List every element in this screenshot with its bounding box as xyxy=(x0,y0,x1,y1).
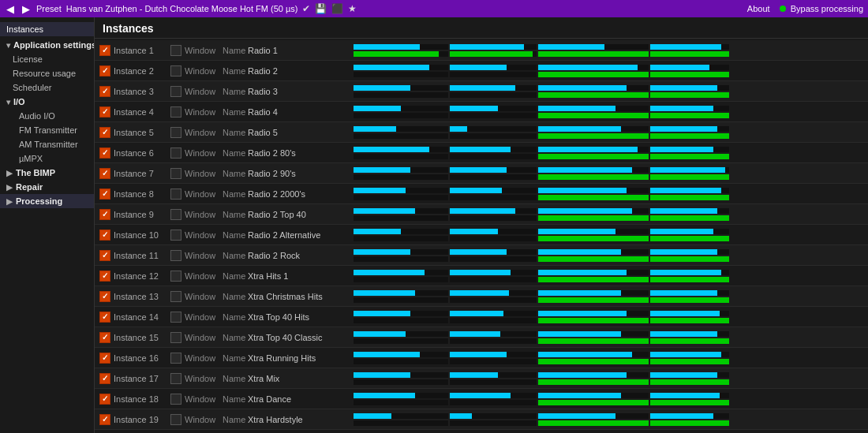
meter-bar-green xyxy=(650,236,729,241)
meter-bar-cyan xyxy=(354,85,410,91)
instance-window-checkbox[interactable] xyxy=(170,394,181,405)
instance-enable-checkbox[interactable] xyxy=(99,250,110,261)
arrow-icon: ▶ xyxy=(6,183,13,192)
instance-enable-checkbox[interactable] xyxy=(99,45,110,56)
instance-enable-checkbox[interactable] xyxy=(99,373,110,384)
meter-bar-cyan xyxy=(538,167,632,173)
instance-enable-checkbox[interactable] xyxy=(99,65,110,77)
instance-enable-checkbox[interactable] xyxy=(99,189,110,200)
sidebar-item-repair[interactable]: ▶Repair xyxy=(0,180,94,194)
instance-enable-checkbox[interactable] xyxy=(99,414,110,425)
instance-enable-checkbox[interactable] xyxy=(99,312,110,323)
instance-window-checkbox[interactable] xyxy=(170,45,181,56)
instance-window-checkbox[interactable] xyxy=(170,291,181,302)
instance-window-checkbox[interactable] xyxy=(170,230,181,241)
meter-bar-cyan xyxy=(450,229,498,234)
meter-bar-wrap-top xyxy=(354,249,448,255)
instance-window-label: Window xyxy=(185,271,219,281)
meter-group xyxy=(354,84,448,99)
sidebar-item-app-settings[interactable]: ▾Application settings xyxy=(0,38,94,52)
instance-value: Radio 2 Alternative xyxy=(248,230,350,240)
instance-value: Xtra Mix xyxy=(248,374,350,383)
meter-bar-wrap-bottom xyxy=(450,379,537,385)
instance-window-checkbox[interactable] xyxy=(170,250,181,261)
instance-enable-checkbox[interactable] xyxy=(99,147,110,159)
sidebar-item-scheduler[interactable]: Scheduler xyxy=(0,80,94,95)
bypass-dot xyxy=(780,6,786,12)
meter-group xyxy=(354,371,448,386)
instance-enable-checkbox[interactable] xyxy=(99,394,110,405)
nav-forward-button[interactable]: ▶ xyxy=(21,3,32,15)
instance-window-checkbox[interactable] xyxy=(170,414,181,425)
meter-group xyxy=(450,186,537,202)
meter-bar-wrap-top xyxy=(354,208,448,214)
table-row: Instance 3 Window Name Radio 3 xyxy=(95,81,868,102)
meter-group xyxy=(538,391,649,407)
meter-bar-wrap-bottom xyxy=(650,359,729,364)
meter-bar-wrap-bottom xyxy=(450,297,537,303)
instances-title: Instances xyxy=(103,22,154,35)
meter-bar-wrap-bottom xyxy=(650,113,729,118)
instance-window-checkbox[interactable] xyxy=(170,353,181,364)
instance-window-checkbox[interactable] xyxy=(170,127,181,138)
meter-bar-cyan xyxy=(354,311,410,316)
meter-bar-cyan xyxy=(650,393,720,398)
meter-bar-green xyxy=(538,400,649,405)
instance-enable-checkbox[interactable] xyxy=(99,353,110,364)
instance-window-checkbox[interactable] xyxy=(170,373,181,384)
meter-bar-wrap-bottom xyxy=(650,379,729,385)
meter-group xyxy=(354,391,448,407)
instance-meters xyxy=(354,63,863,79)
instance-window-checkbox[interactable] xyxy=(170,332,181,343)
instance-enable-checkbox[interactable] xyxy=(99,127,110,138)
about-button[interactable]: About xyxy=(747,4,770,13)
sidebar-item-processing[interactable]: ▶Processing xyxy=(0,194,94,208)
meter-bar-cyan xyxy=(450,270,511,275)
table-row: Instance 18 Window Name Xtra Dance xyxy=(95,389,868,409)
nav-back-button[interactable]: ◀ xyxy=(5,3,16,15)
meter-bar-wrap-top xyxy=(354,229,448,234)
meter-bar-wrap-bottom xyxy=(450,174,537,180)
instance-window-checkbox[interactable] xyxy=(170,312,181,323)
instance-name: Instance 6 xyxy=(114,148,167,158)
meter-group xyxy=(354,207,448,222)
instance-enable-checkbox[interactable] xyxy=(99,209,110,220)
sidebar-item-umpx[interactable]: µMPX xyxy=(0,151,94,166)
meter-bar-green xyxy=(650,154,729,159)
instance-window-checkbox[interactable] xyxy=(170,147,181,159)
sidebar-item-instances[interactable]: Instances xyxy=(0,22,94,36)
sidebar-item-resource[interactable]: Resource usage xyxy=(0,66,94,80)
instance-name-label: Name xyxy=(223,271,245,281)
instance-window-checkbox[interactable] xyxy=(170,271,181,282)
instance-enable-checkbox[interactable] xyxy=(99,168,110,179)
meter-bar-cyan xyxy=(354,229,401,234)
instance-window-checkbox[interactable] xyxy=(170,65,181,77)
instance-window-checkbox[interactable] xyxy=(170,209,181,220)
sidebar-item-fm-tx[interactable]: FM Transmitter xyxy=(0,123,94,137)
sidebar-item-bimp[interactable]: ▶The BIMP xyxy=(0,166,94,180)
sidebar-item-audio-io[interactable]: Audio I/O xyxy=(0,109,94,123)
instance-enable-checkbox[interactable] xyxy=(99,271,110,282)
instance-enable-checkbox[interactable] xyxy=(99,106,110,118)
instance-enable-checkbox[interactable] xyxy=(99,291,110,302)
instance-window-checkbox[interactable] xyxy=(170,106,181,118)
bypass-label[interactable]: Bypass processing xyxy=(791,4,863,13)
meter-bar-wrap-bottom xyxy=(354,154,448,159)
instance-window-label: Window xyxy=(185,312,219,322)
instances-table[interactable]: Instance 1 Window Name Radio 1 xyxy=(95,39,868,433)
instance-enable-checkbox[interactable] xyxy=(99,332,110,343)
instance-window-checkbox[interactable] xyxy=(170,168,181,179)
meter-bar-wrap-top xyxy=(650,311,729,316)
instance-window-checkbox[interactable] xyxy=(170,86,181,97)
instance-enable-checkbox[interactable] xyxy=(99,230,110,241)
meter-group xyxy=(538,350,649,366)
instance-enable-checkbox[interactable] xyxy=(99,86,110,97)
instance-window-checkbox[interactable] xyxy=(170,189,181,200)
sidebar-item-io[interactable]: ▾I/O xyxy=(0,95,94,109)
sidebar-item-license[interactable]: License xyxy=(0,52,94,66)
meter-group xyxy=(450,207,537,222)
meter-bar-green xyxy=(538,338,649,344)
instances-header: Instances xyxy=(95,17,868,39)
meter-bar-cyan xyxy=(354,331,406,337)
sidebar-item-am-tx[interactable]: AM Transmitter xyxy=(0,137,94,151)
